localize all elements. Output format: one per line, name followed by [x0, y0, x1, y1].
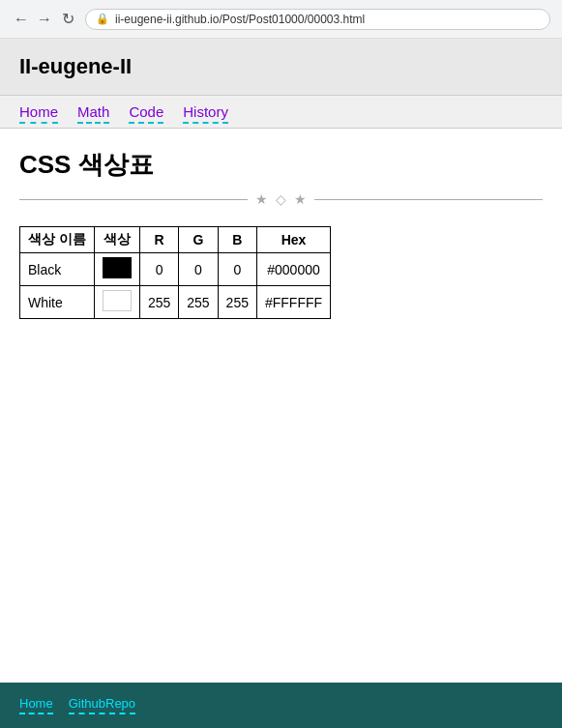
- divider-star2: ★: [294, 191, 307, 207]
- divider-diamond: ◇: [276, 191, 286, 207]
- main-content: CSS 색상표 ★ ◇ ★ 색상 이름 색상 R G B Hex Black: [0, 129, 562, 683]
- color-hex-white: #FFFFFF: [256, 286, 330, 319]
- col-header-name: 색상 이름: [20, 227, 95, 253]
- divider-line-left: [19, 199, 248, 200]
- footer-link-github[interactable]: GithubRepo: [69, 696, 135, 714]
- swatch-white: [103, 290, 132, 311]
- color-table: 색상 이름 색상 R G B Hex Black 0 0 0 #000000 W…: [19, 226, 331, 319]
- color-b-black: 0: [218, 253, 256, 286]
- color-g-white: 255: [179, 286, 218, 319]
- page-footer: Home GithubRepo: [0, 683, 562, 728]
- col-header-r: R: [139, 227, 178, 253]
- divider-line-right: [314, 199, 543, 200]
- nav-item-home[interactable]: Home: [19, 103, 58, 120]
- lock-icon: 🔒: [96, 13, 109, 25]
- color-r-black: 0: [139, 253, 178, 286]
- nav-link-history[interactable]: History: [183, 103, 228, 124]
- divider-star1: ★: [255, 191, 268, 207]
- nav-link-math[interactable]: Math: [77, 103, 109, 124]
- nav-buttons: ← → ↻: [12, 10, 77, 29]
- nav-item-history[interactable]: History: [183, 103, 228, 120]
- address-bar[interactable]: 🔒 ii-eugene-ii.github.io/Post/Post01000/…: [85, 9, 550, 30]
- footer-link-home[interactable]: Home: [19, 696, 53, 714]
- divider: ★ ◇ ★: [19, 191, 543, 207]
- table-row: Black 0 0 0 #000000: [20, 253, 331, 286]
- color-g-black: 0: [179, 253, 218, 286]
- browser-chrome: ← → ↻ 🔒 ii-eugene-ii.github.io/Post/Post…: [0, 0, 562, 39]
- table-header-row: 색상 이름 색상 R G B Hex: [20, 227, 331, 253]
- color-hex-black: #000000: [256, 253, 330, 286]
- nav-item-code[interactable]: Code: [129, 103, 163, 120]
- site-title: II-eugene-II: [19, 54, 543, 79]
- url-text: ii-eugene-ii.github.io/Post/Post01000/00…: [115, 13, 365, 26]
- col-header-hex: Hex: [256, 227, 330, 253]
- forward-button[interactable]: →: [35, 10, 54, 29]
- color-name-black: Black: [20, 253, 95, 286]
- table-row: White 255 255 255 #FFFFFF: [20, 286, 331, 319]
- nav-item-math[interactable]: Math: [77, 103, 109, 120]
- col-header-g: G: [179, 227, 218, 253]
- col-header-b: B: [218, 227, 256, 253]
- color-r-white: 255: [139, 286, 178, 319]
- col-header-swatch: 색상: [94, 227, 139, 253]
- page-title: CSS 색상표: [19, 148, 543, 182]
- reload-button[interactable]: ↻: [58, 10, 77, 29]
- nav-link-home[interactable]: Home: [19, 103, 58, 124]
- color-swatch-white: [94, 286, 139, 319]
- swatch-black: [103, 257, 132, 278]
- site-header: II-eugene-II: [0, 39, 562, 96]
- footer-links: Home GithubRepo: [19, 696, 135, 714]
- nav-links: Home Math Code History: [19, 103, 543, 120]
- back-button[interactable]: ←: [12, 10, 31, 29]
- color-b-white: 255: [218, 286, 256, 319]
- nav-link-code[interactable]: Code: [129, 103, 163, 124]
- nav-bar: Home Math Code History: [0, 96, 562, 129]
- color-name-white: White: [20, 286, 95, 319]
- color-swatch-black: [94, 253, 139, 286]
